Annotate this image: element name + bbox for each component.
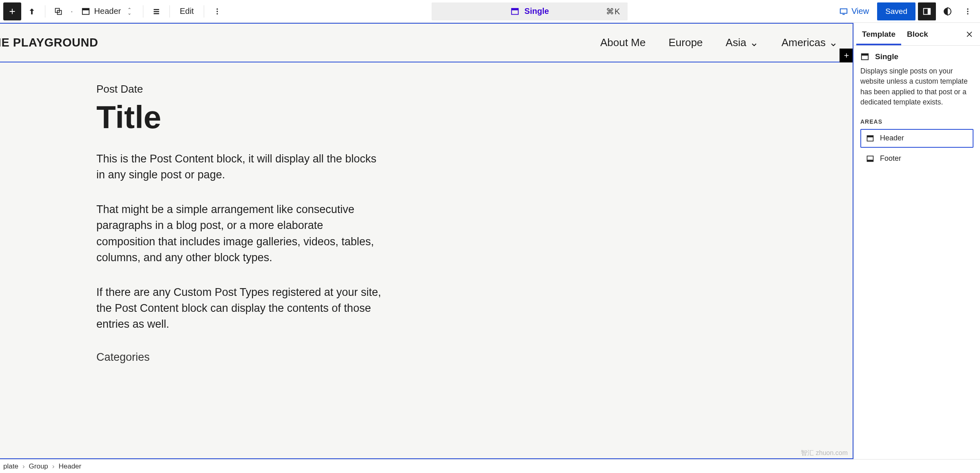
block-switcher-arrows-icon: ⌃⌄ [125, 8, 134, 15]
template-heading: Single [860, 52, 973, 61]
svg-rect-12 [840, 9, 847, 13]
post-paragraph[interactable]: If there are any Custom Post Types regis… [96, 284, 381, 332]
tab-template[interactable]: Template [856, 23, 901, 45]
svg-rect-3 [82, 8, 89, 10]
svg-point-8 [216, 11, 218, 12]
toolbar-separator [143, 5, 143, 18]
editor-top-toolbar: · Header ⌃⌄ Edit Single ⌘K [0, 0, 980, 23]
document-title-pill[interactable]: Single ⌘K [432, 2, 628, 20]
nav-item-asia[interactable]: Asia⌄ [726, 36, 759, 49]
post-title-block[interactable]: Title [96, 101, 381, 133]
nav-item-europe[interactable]: Europe [668, 36, 703, 49]
post-paragraph[interactable]: This is the Post Content block, it will … [96, 151, 381, 183]
site-title[interactable]: HE PLAYGROUND [0, 36, 98, 49]
toolbar-separator [204, 5, 204, 18]
dot-icon: · [69, 7, 75, 16]
areas-section-label: AREAS [860, 118, 973, 125]
nav-item-about-me[interactable]: About Me [600, 36, 646, 49]
chevron-down-icon: ⌄ [750, 36, 759, 49]
toolbar-separator [169, 5, 170, 18]
edit-button[interactable]: Edit [174, 2, 199, 20]
svg-rect-24 [867, 160, 873, 161]
header-area-icon [866, 134, 874, 142]
post-paragraph[interactable]: That might be a simple arrangement like … [96, 202, 381, 266]
settings-panel-toggle[interactable] [918, 2, 936, 20]
view-label: View [851, 7, 869, 16]
styles-icon[interactable] [938, 2, 956, 20]
editor-more-options-icon[interactable] [959, 2, 977, 20]
template-icon [860, 52, 869, 61]
svg-point-18 [967, 13, 968, 14]
svg-rect-22 [867, 135, 873, 137]
svg-point-16 [967, 8, 968, 9]
svg-rect-13 [842, 14, 845, 15]
area-footer[interactable]: Footer [860, 149, 973, 168]
block-type-label: Header [94, 7, 121, 16]
nav-item-americas[interactable]: Americas⌄ [782, 36, 838, 49]
chevron-down-icon: ⌄ [829, 36, 838, 49]
breadcrumb-separator-icon: › [52, 462, 55, 471]
svg-rect-6 [154, 13, 159, 14]
align-icon[interactable] [147, 2, 165, 20]
svg-rect-11 [512, 8, 519, 10]
svg-point-9 [216, 13, 218, 14]
tab-block[interactable]: Block [901, 23, 934, 45]
area-label: Footer [880, 154, 901, 163]
svg-rect-15 [928, 8, 930, 14]
select-parent-icon[interactable] [49, 2, 67, 20]
editor-canvas[interactable]: HE PLAYGROUND About Me Europe Asia⌄ Amer… [0, 23, 853, 459]
area-header[interactable]: Header [860, 129, 973, 148]
breadcrumb-item[interactable]: Header [58, 462, 81, 471]
post-content-area[interactable]: Post Date Title This is the Post Content… [0, 62, 410, 364]
saved-button[interactable]: Saved [877, 2, 915, 20]
svg-point-7 [216, 8, 218, 9]
template-description: Displays single posts on your website un… [860, 66, 973, 108]
block-type-chip[interactable]: Header ⌃⌄ [76, 7, 139, 16]
breadcrumb-item[interactable]: plate [3, 462, 18, 471]
add-block-button[interactable] [3, 2, 21, 20]
breadcrumb-item[interactable]: Group [29, 462, 48, 471]
header-block-icon [81, 7, 90, 16]
append-block-button[interactable] [840, 49, 853, 62]
post-date-block[interactable]: Post Date [96, 83, 381, 95]
site-header-block[interactable]: HE PLAYGROUND About Me Europe Asia⌄ Amer… [0, 24, 853, 62]
template-name: Single [875, 52, 898, 61]
command-shortcut: ⌘K [606, 7, 620, 16]
svg-rect-20 [862, 54, 869, 56]
area-label: Header [880, 134, 904, 142]
footer-area-icon [866, 155, 874, 163]
document-title: Single [524, 7, 549, 16]
move-up-icon[interactable] [23, 2, 41, 20]
toolbar-separator [45, 5, 45, 18]
svg-rect-5 [154, 11, 159, 12]
close-settings-icon[interactable] [961, 26, 978, 42]
block-more-options-icon[interactable] [208, 2, 226, 20]
view-button[interactable]: View [833, 2, 875, 20]
watermark: 智汇 zhuon.com [801, 449, 848, 457]
template-icon [510, 7, 519, 16]
svg-point-17 [967, 11, 968, 12]
post-categories-block[interactable]: Categories [96, 351, 381, 364]
site-navigation: About Me Europe Asia⌄ Americas⌄ [600, 36, 838, 49]
desktop-icon [839, 7, 848, 16]
settings-panel: Template Block Single Displays single po… [853, 23, 980, 459]
svg-rect-4 [154, 9, 159, 10]
breadcrumb-separator-icon: › [22, 462, 25, 471]
settings-tabs: Template Block [854, 23, 980, 46]
block-breadcrumb: plate › Group › Header [0, 459, 980, 473]
